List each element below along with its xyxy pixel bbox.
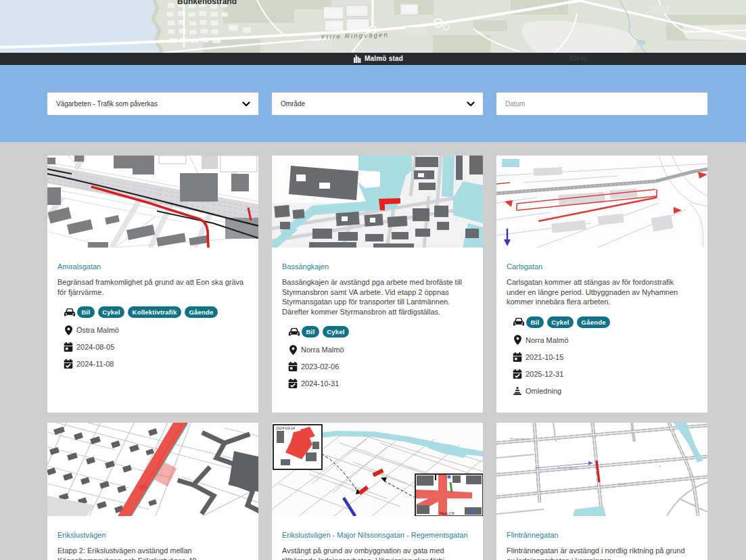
svg-text:Flintrännegatan: Flintrännegatan <box>557 466 576 469</box>
svg-text:Södra: Södra <box>618 482 626 486</box>
svg-text:Hago 2 M: Hago 2 M <box>440 511 454 515</box>
svg-text:G: G <box>659 465 661 468</box>
svg-text:Flintrännegatan: Flintrännegatan <box>510 437 529 440</box>
svg-text:Bunkeflostrand: Bunkeflostrand <box>177 0 237 6</box>
svg-text:2024-03-14: 2024-03-14 <box>276 426 295 430</box>
